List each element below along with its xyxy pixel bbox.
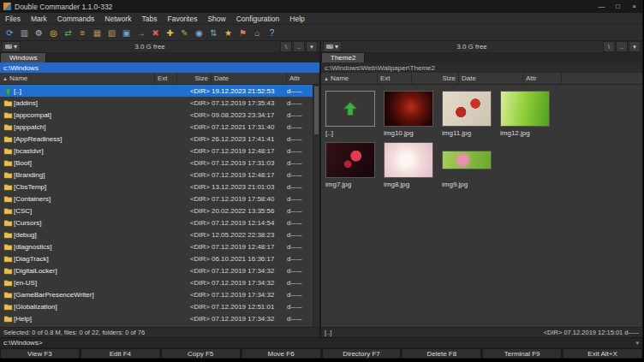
thumb-img12jpg[interactable]: img12.jpg	[500, 88, 553, 137]
unpack-icon[interactable]: ▧	[105, 27, 118, 39]
column-ext[interactable]: Ext	[155, 73, 177, 84]
folder-icon	[2, 171, 14, 179]
column-name[interactable]: ▲ Name	[321, 73, 378, 84]
flag-icon[interactable]: ⚑	[236, 27, 249, 39]
menu-item-configuration[interactable]: Configuration	[231, 14, 285, 24]
edit-icon[interactable]: ✎	[178, 27, 191, 39]
file-row-addins[interactable]: [addins] <DIR> 07.12.2019 17:35:43 d----…	[0, 97, 319, 109]
home-icon[interactable]: ⌂	[251, 27, 264, 39]
new-folder-icon[interactable]: ✚	[164, 27, 176, 39]
run-terminal-icon[interactable]: ▥	[18, 27, 31, 39]
file-row-branding[interactable]: [Branding] <DIR> 07.12.2019 12:48:17 d--…	[0, 169, 319, 181]
file-row-diagnostics[interactable]: [diagnostics] <DIR> 07.12.2019 12:48:17 …	[0, 240, 319, 252]
network-icon[interactable]: ⇅	[207, 27, 220, 39]
file-row-appreadiness[interactable]: [AppReadiness] <DIR> 26.12.2023 17:41:41…	[0, 133, 319, 145]
column-date[interactable]: Date	[212, 73, 287, 84]
help-icon[interactable]: ?	[265, 27, 278, 39]
thumb-img8jpg[interactable]: img8.jpg	[384, 139, 437, 188]
left-root-button[interactable]: \	[280, 41, 292, 52]
multi-rename-icon[interactable]: ≡	[76, 27, 89, 39]
column-attr[interactable]: Attr	[287, 73, 319, 84]
menu-item-commands[interactable]: Commands	[52, 14, 99, 24]
tab-windows[interactable]: Windows	[0, 52, 46, 62]
file-row-cursors[interactable]: [Cursors] <DIR> 07.12.2019 12:14:54 d---…	[0, 217, 319, 228]
file-row-bcastdvr[interactable]: [bcastdvr] <DIR> 07.12.2019 12:48:17 d--…	[0, 145, 319, 157]
fn-button-f6[interactable]: Move F6	[242, 348, 321, 359]
file-row-en-us[interactable]: [en-US] <DIR> 07.12.2019 17:34:32 d-----	[0, 276, 319, 288]
file-row-apppatch[interactable]: [apppatch] <DIR> 07.12.2021 17:31:40 d--…	[0, 121, 319, 133]
thumb-img10jpg[interactable]: img10.jpg	[384, 88, 437, 137]
thumb-img7jpg[interactable]: img7.jpg	[325, 139, 379, 188]
thumb-img9jpg[interactable]: img9.jpg	[442, 139, 495, 188]
options-icon[interactable]: ⚙	[33, 27, 45, 39]
fn-button-f4[interactable]: Edit F4	[80, 348, 160, 359]
menu-item-mark[interactable]: Mark	[26, 14, 52, 24]
fn-button-alt+x[interactable]: Exit Alt+X	[563, 348, 642, 359]
column-date[interactable]: Date	[459, 73, 523, 84]
maximize-icon[interactable]: □	[610, 0, 626, 13]
pack-icon[interactable]: ▦	[91, 27, 104, 39]
menu-item-network[interactable]: Network	[99, 14, 136, 24]
folder-icon	[2, 303, 14, 311]
file-row-gamebarpresencewriter[interactable]: [GameBarPresenceWriter] <DIR> 07.12.2019…	[0, 288, 319, 300]
scrollbar-thumb[interactable]	[314, 86, 319, 134]
file-size: <DIR>	[177, 147, 212, 155]
fn-button-f3[interactable]: View F3	[0, 348, 80, 359]
file-row-globalization[interactable]: [Globalization] <DIR> 07.12.2019 12:51:0…	[0, 300, 319, 312]
file-row-identitycrl[interactable]: [IdentityCRL] <DIR> 07.12.2019 17:34:32 …	[0, 324, 319, 327]
menu-item-favorites[interactable]: Favorites	[162, 14, 202, 24]
menu-item-show[interactable]: Show	[202, 14, 230, 24]
thumb-img11jpg[interactable]: img11.jpg	[442, 88, 495, 137]
left-history-button[interactable]: ▾	[306, 41, 318, 52]
thumb-[interactable]: [..]	[325, 88, 379, 137]
delete-icon[interactable]: ✖	[149, 27, 162, 39]
copy-icon[interactable]: ▣	[120, 27, 133, 39]
file-row-appcompat[interactable]: [appcompat] <DIR> 09.08.2023 23:34:17 d-…	[0, 109, 319, 121]
file-row-containers[interactable]: [Containers] <DIR> 07.12.2019 17:58:40 d…	[0, 193, 319, 205]
file-row-boot[interactable]: [Boot] <DIR> 07.12.2019 17:31:03 d-----	[0, 157, 319, 169]
column-name[interactable]: ▲ Name	[0, 73, 155, 84]
file-row-debug[interactable]: [debug] <DIR> 12.05.2022 22:38:23 d-----	[0, 228, 319, 240]
current-item-name: [..]	[325, 329, 331, 336]
right-path-bar[interactable]: c:\Windows\Web\Wallpaper\Theme2	[321, 62, 642, 73]
fn-button-f9[interactable]: Terminal F9	[482, 348, 562, 359]
refresh-icon[interactable]: ⟳	[3, 27, 16, 39]
right-parent-button[interactable]: ..	[616, 41, 628, 52]
left-parent-button[interactable]: ..	[293, 41, 305, 52]
fn-button-f5[interactable]: Copy F5	[161, 348, 241, 359]
column-ext[interactable]: Ext	[378, 73, 412, 84]
file-row-csc[interactable]: [CSC] <DIR> 20.02.2022 13:35:56 d-----	[0, 205, 319, 217]
sync-dirs-icon[interactable]: ⇄	[62, 27, 75, 39]
command-history-icon[interactable]: ▾	[635, 340, 639, 347]
file-row-digitallocker[interactable]: [DigitalLocker] <DIR> 07.12.2019 17:34:3…	[0, 264, 319, 276]
file-row-cbstemp[interactable]: [CbsTemp] <DIR> 13.12.2023 21:01:03 d---…	[0, 181, 319, 193]
move-icon[interactable]: →	[134, 27, 147, 39]
column-size[interactable]: Size	[177, 73, 212, 84]
tab-theme2[interactable]: Theme2	[321, 52, 365, 62]
menu-item-help[interactable]: Help	[284, 14, 309, 24]
fn-button-f7[interactable]: Directory F7	[322, 348, 402, 359]
thumbnail-image	[325, 142, 375, 178]
file-row-..[interactable]: [..] <DIR> 19.12.2023 21:52:53 d-----	[0, 85, 319, 97]
find-files-icon[interactable]: ◎	[47, 27, 60, 39]
file-date: 07.12.2019 17:58:40	[212, 195, 287, 203]
left-scrollbar[interactable]	[313, 85, 319, 327]
file-row-diagtrack[interactable]: [DiagTrack] <DIR> 06.10.2021 16:36:17 d-…	[0, 252, 319, 264]
fn-button-f8[interactable]: Delete F8	[402, 348, 481, 359]
menu-item-tabs[interactable]: Tabs	[137, 14, 163, 24]
menu-item-files[interactable]: Files	[0, 14, 26, 24]
left-path-bar[interactable]: c:\Windows	[0, 62, 319, 73]
view-icon[interactable]: ◉	[193, 27, 206, 39]
column-size[interactable]: Size	[412, 73, 459, 84]
column-attr[interactable]: Attr	[523, 73, 562, 84]
left-drive-combo[interactable]: ▾	[2, 41, 21, 52]
minimize-icon[interactable]: —	[593, 0, 610, 13]
command-input[interactable]	[43, 339, 636, 347]
right-drive-combo[interactable]: ▾	[323, 41, 342, 52]
close-icon[interactable]: ×	[626, 0, 642, 13]
right-root-button[interactable]: \	[603, 41, 615, 52]
favorites-icon[interactable]: ★	[222, 27, 235, 39]
right-history-button[interactable]: ▾	[629, 41, 641, 52]
file-row-help[interactable]: [Help] <DIR> 07.12.2019 17:34:32 d-----	[0, 312, 319, 324]
title-bar[interactable]: Double Commander 1.1.0-332 — □ ×	[0, 0, 642, 13]
